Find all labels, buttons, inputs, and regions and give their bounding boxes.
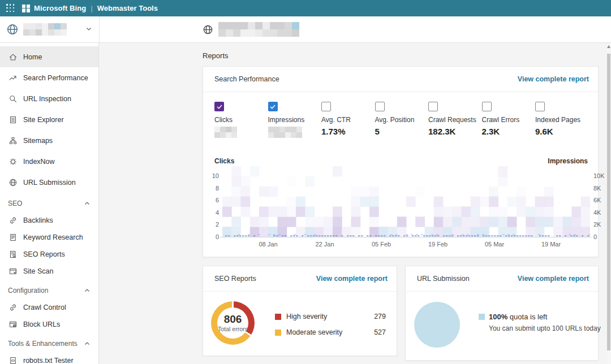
window-block-icon — [8, 320, 18, 330]
clicks-impressions-chart-blurred — [222, 166, 590, 237]
sidebar-item-label: Sitemaps — [23, 137, 53, 145]
quota-remaining-text: 100% quota is left — [489, 313, 547, 321]
quota-percent: 100% — [489, 313, 507, 321]
metric-crawl-requests: Crawl Requests182.3K — [428, 102, 482, 138]
sidebar-scroll-up-arrow[interactable] — [607, 45, 610, 48]
microsoft-logo-icon — [22, 5, 30, 12]
metric-checkbox[interactable] — [428, 102, 438, 111]
metric-label: Impressions — [268, 116, 322, 124]
metric-checkbox[interactable] — [535, 102, 545, 111]
total-errors-label: Total errors — [218, 326, 248, 332]
card-title: Search Performance — [214, 75, 518, 83]
chart-right-axis-title: Impressions — [548, 157, 588, 165]
search-performance-card: Search Performance View complete report … — [203, 66, 599, 257]
metric-crawl-errors: Crawl Errors2.3K — [482, 102, 536, 138]
metric-value: 5 — [375, 127, 429, 136]
quota-pie-chart — [414, 302, 460, 348]
sidebar-item-site-explorer[interactable]: Site Explorer — [0, 109, 98, 130]
metric-label: Indexed Pages — [535, 116, 589, 124]
metric-checkbox[interactable] — [268, 102, 278, 111]
sidebar-item-robots-txt-tester[interactable]: robots.txt Tester — [0, 352, 98, 364]
sidebar-item-search-performance[interactable]: Search Performance — [0, 67, 98, 88]
legend-row-moderate-severity: Moderate severity527 — [275, 326, 386, 339]
metric-clicks: Clicks — [214, 102, 268, 138]
chevron-up-icon — [84, 287, 91, 294]
brand-divider: | — [91, 4, 92, 12]
metric-checkbox[interactable] — [214, 102, 224, 111]
y-tick-left: 8 — [204, 185, 219, 192]
window-scan-icon — [8, 267, 18, 276]
sidebar-scrollbar-thumb[interactable] — [607, 54, 610, 350]
x-tick: 22 Jan — [308, 241, 342, 248]
seo-reports-card: SEO Reports View complete report 806 Tot… — [203, 266, 397, 356]
y-tick-left: 10 — [204, 172, 219, 179]
metric-value: 9.6K — [535, 127, 589, 136]
sidebar-item-keyword-research[interactable]: Keyword Research — [0, 229, 98, 246]
top-app-bar: Microsoft Bing | Webmaster Tools — [0, 0, 611, 16]
site-selector-dropdown[interactable] — [0, 16, 100, 42]
header-row — [0, 16, 611, 43]
sidebar-item-url-inspection[interactable]: URL Inspection — [0, 88, 98, 109]
site-name-blurred — [23, 23, 67, 36]
y-tick-left: 0 — [204, 233, 219, 240]
metric-label: Crawl Errors — [482, 116, 536, 124]
quota-legend-swatch — [479, 314, 485, 320]
chart-baseline — [220, 237, 591, 237]
metric-label: Crawl Requests — [428, 116, 482, 124]
quota-subtext: You can submit upto 100 URLs today — [489, 324, 601, 332]
sidebar-item-home[interactable]: Home — [0, 46, 98, 67]
severity-legend: High severity279Moderate severity527 — [275, 310, 386, 342]
sidebar-item-label: Keyword Research — [23, 233, 83, 241]
donut-center: 806 Total errors — [217, 307, 248, 339]
sidebar-group-label: SEO — [8, 200, 84, 207]
sidebar-item-url-submission[interactable]: URL Submission — [0, 172, 98, 193]
view-complete-report-link[interactable]: View complete report — [518, 275, 589, 283]
view-complete-report-link[interactable]: View complete report — [316, 275, 388, 283]
legend-label: High severity — [286, 313, 374, 320]
metric-avg-ctr: Avg. CTR1.73% — [321, 102, 375, 138]
y-tick-left: 4 — [204, 209, 219, 216]
sidebar-item-label: URL Inspection — [23, 95, 71, 103]
globe-icon — [8, 177, 18, 187]
x-tick: 05 Mar — [477, 241, 511, 248]
app-launcher-waffle-icon[interactable] — [6, 4, 15, 12]
sidebar-item-backlinks[interactable]: Backlinks — [0, 212, 98, 229]
sidebar-item-indexnow[interactable]: IndexNow — [0, 151, 98, 172]
sidebar-item-site-scan[interactable]: Site Scan — [0, 263, 98, 280]
sidebar-item-crawl-control[interactable]: Crawl Control — [0, 299, 98, 316]
file-code-icon — [8, 356, 18, 364]
metric-checkbox[interactable] — [482, 102, 492, 111]
sidebar-item-label: Crawl Control — [23, 304, 66, 311]
sidebar-group-configuration[interactable]: Configuration — [0, 282, 98, 299]
chevron-down-icon — [85, 25, 92, 32]
sidebar-item-seo-reports[interactable]: SEO Reports — [0, 246, 98, 263]
sidebar-item-label: SEO Reports — [23, 250, 65, 258]
sidebar-group-tools-enhancements[interactable]: Tools & Enhancements — [0, 335, 98, 352]
site-globe-icon — [6, 23, 19, 36]
url-submission-card: URL Submission View complete report 100%… — [405, 266, 599, 361]
sidebar-item-label: Site Explorer — [23, 116, 64, 124]
brand-webmaster-tools: Webmaster Tools — [97, 4, 158, 12]
sidebar-group-seo[interactable]: SEO — [0, 195, 98, 212]
sidebar-item-block-urls[interactable]: Block URLs — [0, 316, 98, 333]
sidebar-item-sitemaps[interactable]: Sitemaps — [0, 130, 98, 151]
sidebar-item-label: Site Scan — [23, 267, 54, 275]
chart-left-axis-title: Clicks — [214, 157, 234, 165]
seo-reports-card-header: SEO Reports View complete report — [203, 266, 397, 292]
view-complete-report-link[interactable]: View complete report — [518, 75, 589, 83]
url-submission-card-header: URL Submission View complete report — [406, 266, 598, 292]
brand-microsoft-bing: Microsoft Bing — [34, 4, 86, 12]
legend-value: 527 — [374, 328, 386, 336]
metric-value: 2.3K — [482, 127, 536, 136]
search-performance-card-header: Search Performance View complete report — [203, 67, 598, 92]
link-icon — [8, 303, 18, 313]
sidebar-item-label: URL Submission — [23, 179, 76, 187]
chevron-up-icon — [84, 200, 91, 207]
metric-value — [268, 127, 322, 138]
link-icon — [8, 216, 18, 226]
y-tick-left: 6 — [204, 197, 219, 203]
metric-checkbox[interactable] — [321, 102, 331, 111]
metric-checkbox[interactable] — [375, 102, 385, 111]
quota-rest: quota is left — [507, 313, 547, 321]
sidebar-nav: HomeSearch PerformanceURL InspectionSite… — [0, 42, 99, 364]
